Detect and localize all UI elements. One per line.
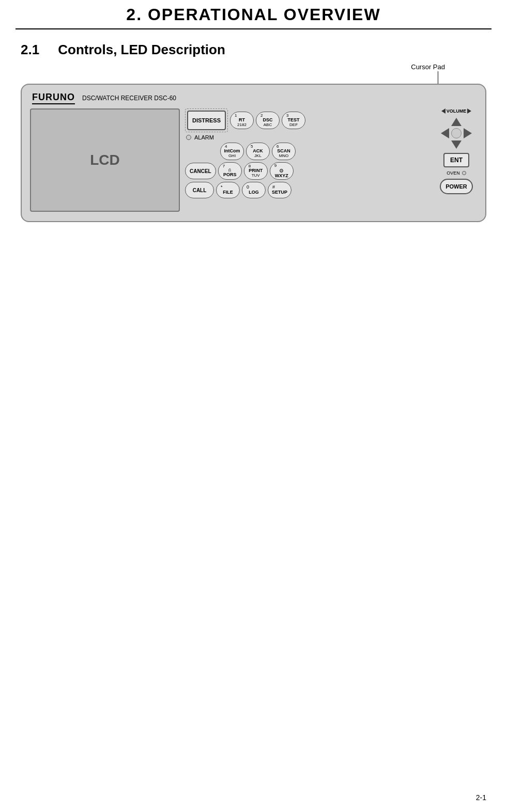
key-2-num: 2 — [260, 114, 263, 118]
device-wrapper: FURUNO DSC/WATCH RECEIVER DSC-60 LCD DIS… — [21, 84, 486, 222]
oven-led — [462, 171, 466, 175]
lcd-label: LCD — [90, 152, 120, 168]
key-9-main: WXYZ — [275, 174, 288, 179]
cursor-pad[interactable] — [440, 117, 473, 150]
section-title: 2.1 Controls, LED Description — [21, 42, 486, 58]
key-star-main: FILE — [223, 190, 233, 195]
section-number: 2.1 — [21, 42, 39, 57]
power-button[interactable]: POWER — [440, 179, 473, 194]
controls-section: DISTRESS 1 RT 2182 2 DSC ABC — [185, 108, 432, 212]
alarm-led — [186, 135, 191, 140]
dpad-center — [451, 128, 462, 138]
key-7-main: PORS — [223, 173, 237, 178]
key-1-sub: 2182 — [237, 123, 247, 128]
key-6-button[interactable]: 6 SCAN MNO — [272, 143, 296, 160]
key-1-num: 1 — [235, 114, 237, 118]
key-9-button[interactable]: 9 ⚙ WXYZ — [270, 162, 294, 180]
cancel-button[interactable]: CANCEL — [185, 163, 216, 179]
key-row-3: CANCEL 7 ⎙ PORS 8 PRINT TUV 9 — [185, 162, 432, 180]
key-7-num: 7 — [223, 164, 225, 168]
key-row-1: DISTRESS 1 RT 2182 2 DSC ABC — [185, 108, 432, 132]
key-row-2: 4 IntCom GHI 5 ACK JKL 6 SCAN MNO — [220, 143, 432, 160]
furuno-logo: FURUNO — [32, 92, 75, 104]
page-title: 2. OPERATIONAL OVERVIEW — [16, 5, 491, 24]
key-8-sub: TUV — [252, 174, 260, 178]
key-0-main: LOG — [249, 190, 259, 195]
volume-down-icon[interactable] — [441, 108, 445, 114]
key-5-button[interactable]: 5 ACK JKL — [246, 143, 270, 160]
right-section: VOLUME ENT OVEN — [436, 108, 477, 212]
key-0-button[interactable]: 0 LOG — [242, 182, 266, 198]
alarm-row: ALARM — [186, 134, 432, 140]
key-star-button[interactable]: * FILE — [216, 182, 240, 198]
key-star-sym: * — [221, 185, 223, 190]
cursor-pad-annotation: Cursor Pad — [21, 63, 486, 79]
distress-wrapper: DISTRESS — [185, 108, 228, 132]
lcd-screen: LCD — [30, 108, 180, 212]
page-header: 2. OPERATIONAL OVERVIEW — [16, 0, 491, 29]
key-2-button[interactable]: 2 DSC ABC — [256, 112, 280, 129]
key-hash-main: SETUP — [272, 190, 287, 195]
key-4-button[interactable]: 4 IntCom GHI — [220, 143, 244, 160]
dpad-left-button[interactable] — [441, 128, 449, 138]
key-4-sub: GHI — [228, 154, 236, 159]
call-button[interactable]: CALL — [185, 182, 214, 198]
oven-label: OVEN — [447, 170, 460, 176]
volume-up-icon[interactable] — [467, 108, 471, 114]
key-row-4: CALL * FILE 0 LOG # SETUP — [185, 182, 432, 198]
model-name: DSC/WATCH RECEIVER DSC-60 — [82, 95, 176, 102]
device-body: LCD DISTRESS 1 RT 2182 — [30, 108, 477, 212]
key-9-icon: ⚙ — [279, 168, 284, 174]
key-7-button[interactable]: 7 ⎙ PORS — [218, 162, 242, 180]
device-top-bar: FURUNO DSC/WATCH RECEIVER DSC-60 — [30, 92, 477, 104]
alarm-label: ALARM — [194, 134, 214, 140]
distress-button[interactable]: DISTRESS — [187, 111, 226, 130]
oven-indicator: OVEN — [447, 170, 466, 176]
dpad-down-button[interactable] — [451, 140, 462, 149]
page-number: 2-1 — [476, 793, 486, 802]
volume-control: VOLUME — [441, 108, 472, 114]
key-9-num: 9 — [274, 164, 276, 168]
dpad-up-button[interactable] — [451, 118, 462, 126]
volume-label: VOLUME — [447, 108, 467, 114]
key-2-sub: ABC — [264, 123, 272, 128]
key-hash-button[interactable]: # SETUP — [268, 182, 291, 198]
key-8-button[interactable]: 8 PRINT TUV — [244, 162, 268, 180]
device-panel: FURUNO DSC/WATCH RECEIVER DSC-60 LCD DIS… — [21, 84, 486, 222]
key-6-sub: MNO — [279, 154, 289, 159]
key-3-sub: DEF — [289, 123, 298, 128]
cursor-pad-label: Cursor Pad — [411, 63, 445, 71]
ent-button[interactable]: ENT — [443, 153, 469, 167]
section-text: Controls, LED Description — [58, 42, 225, 57]
key-1-button[interactable]: 1 RT 2182 — [230, 112, 254, 129]
dpad-right-button[interactable] — [464, 128, 472, 138]
key-5-sub: JKL — [254, 154, 262, 159]
key-3-button[interactable]: 3 TEST DEF — [282, 112, 305, 129]
device-right-half: DISTRESS 1 RT 2182 2 DSC ABC — [185, 108, 477, 212]
